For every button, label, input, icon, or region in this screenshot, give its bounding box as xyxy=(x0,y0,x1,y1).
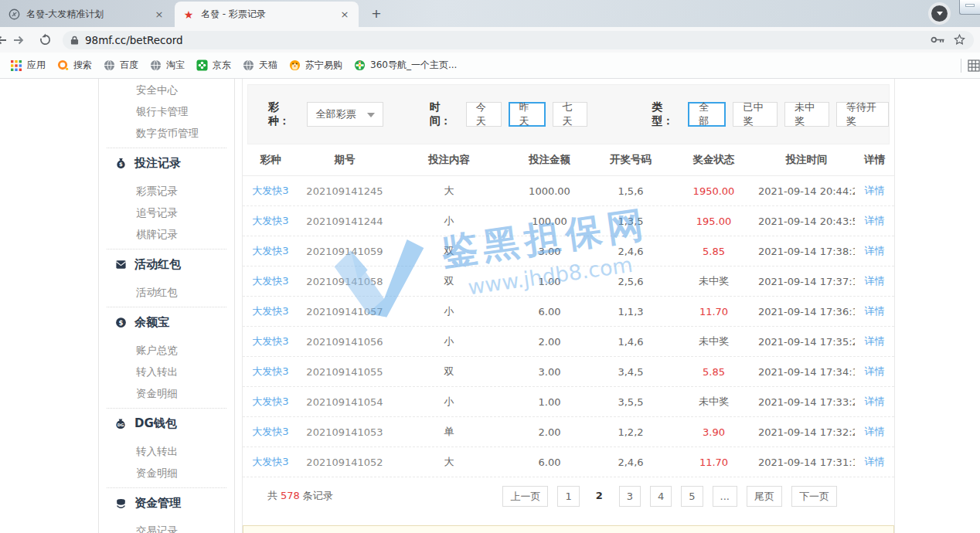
sidebar-item[interactable]: 资金明细 xyxy=(99,462,234,484)
forward-button[interactable] xyxy=(10,31,27,49)
close-icon[interactable]: × xyxy=(153,8,165,20)
bookmark-item[interactable]: 天猫 xyxy=(242,59,277,72)
red-star-icon: ★ xyxy=(182,8,195,21)
sidebar-item[interactable]: 账户总览 xyxy=(99,339,234,361)
detail-link[interactable]: 详情 xyxy=(855,455,894,469)
url-text[interactable]: 98mf.cc/betRecord xyxy=(85,34,923,46)
sidebar-item[interactable]: 追号记录 xyxy=(99,202,234,223)
draw-numbers: 1,3,5 xyxy=(592,216,669,227)
sidebar-item[interactable]: 活动红包 xyxy=(99,281,234,303)
sidebar-section-header[interactable]: 活动红包 xyxy=(99,253,234,275)
detail-link[interactable]: 详情 xyxy=(855,184,894,198)
page-button[interactable]: 2 xyxy=(589,486,610,507)
detail-link[interactable]: 详情 xyxy=(855,214,894,228)
page-button[interactable]: 下一页 xyxy=(791,486,837,507)
divider xyxy=(107,249,226,250)
page-button[interactable]: 4 xyxy=(650,486,672,507)
prize-status: 5.85 xyxy=(669,246,758,257)
page-button[interactable]: 5 xyxy=(681,486,703,507)
detail-link[interactable]: 详情 xyxy=(855,304,894,318)
bookmark-item[interactable]: 淘宝 xyxy=(149,59,185,72)
bookmark-grid-icon[interactable] xyxy=(968,59,980,72)
bet-time: 2021-09-14 17:35:23 xyxy=(758,336,855,348)
column-header: 奖金状态 xyxy=(669,153,758,167)
type-filter-button[interactable]: 已中奖 xyxy=(733,102,778,127)
column-header: 投注金额 xyxy=(507,153,592,167)
page-button[interactable]: 尾页 xyxy=(747,486,782,507)
type-filter-button[interactable]: 未中奖 xyxy=(784,102,829,127)
sidebar-item[interactable]: 彩票记录 xyxy=(99,180,234,202)
draw-numbers: 1,4,6 xyxy=(592,336,669,348)
sidebar-item[interactable]: 棋牌记录 xyxy=(99,223,234,245)
lottery-link[interactable]: 大发快3 xyxy=(243,184,298,198)
bet-time: 2021-09-14 17:31:19 xyxy=(758,457,855,468)
detail-link[interactable]: 详情 xyxy=(855,395,894,409)
lottery-link[interactable]: 大发快3 xyxy=(243,425,298,439)
bookmark-item[interactable]: 京东 xyxy=(196,59,231,72)
lottery-link[interactable]: 大发快3 xyxy=(243,395,298,409)
svg-text:$: $ xyxy=(119,161,123,168)
lottery-link[interactable]: 大发快3 xyxy=(243,365,298,379)
bet-content: 小 xyxy=(391,395,507,409)
lottery-link[interactable]: 大发快3 xyxy=(243,304,298,318)
reload-button[interactable] xyxy=(36,31,53,49)
sidebar-item[interactable]: 银行卡管理 xyxy=(99,100,234,122)
detail-link[interactable]: 详情 xyxy=(855,274,894,288)
detail-link[interactable]: 详情 xyxy=(855,334,894,348)
sidebar-item[interactable]: 交易记录 xyxy=(99,520,234,533)
sidebar-item[interactable]: 安全中心 xyxy=(99,79,234,100)
bookmark-item[interactable]: 应用 xyxy=(10,59,46,72)
tab-plan[interactable]: 名發-大发精准计划 × xyxy=(0,2,173,27)
sidebar-section-header[interactable]: DGDG钱包 xyxy=(99,412,234,434)
type-filter-button[interactable]: 全部 xyxy=(688,102,726,127)
sidebar-item[interactable]: 转入转出 xyxy=(99,361,234,382)
page-button[interactable]: 3 xyxy=(619,486,641,507)
media-control-button[interactable] xyxy=(928,2,951,25)
detail-link[interactable]: 详情 xyxy=(855,365,894,379)
page-button[interactable]: 1 xyxy=(557,486,579,507)
time-filter-button[interactable]: 昨天 xyxy=(509,102,546,127)
key-icon[interactable] xyxy=(931,36,945,44)
pager: 上一页12345...尾页下一页 xyxy=(493,486,837,507)
bet-content: 小 xyxy=(391,334,507,348)
back-button[interactable] xyxy=(0,31,10,49)
detail-link[interactable]: 详情 xyxy=(855,425,894,439)
new-tab-button[interactable]: + xyxy=(366,6,386,23)
lottery-link[interactable]: 大发快3 xyxy=(243,455,298,469)
sidebar-item[interactable]: 资金明细 xyxy=(99,382,234,404)
sidebar-section-header[interactable]: $余额宝 xyxy=(99,311,234,333)
table-row: 大发快3202109141056小2.001,4,6未中奖2021-09-14 … xyxy=(243,327,894,357)
sidebar-section-header[interactable]: $投注记录 xyxy=(99,152,234,174)
time-filter-button[interactable]: 今天 xyxy=(466,102,502,127)
time-filter-button[interactable]: 七天 xyxy=(553,102,588,127)
globe-icon xyxy=(242,59,254,72)
tab-bet-record[interactable]: ★ 名發 - 彩票记录 × xyxy=(175,2,359,27)
lion-orange-icon xyxy=(288,59,301,72)
close-icon[interactable]: × xyxy=(339,8,351,20)
bookmark-item[interactable]: 搜索 xyxy=(56,59,92,72)
issue-number: 202109141058 xyxy=(298,276,391,287)
bookmark-star-icon[interactable] xyxy=(953,33,966,46)
page-button[interactable]: ... xyxy=(713,486,737,507)
sidebar-section-header[interactable]: 资金管理 xyxy=(99,492,234,514)
lottery-link[interactable]: 大发快3 xyxy=(243,334,298,348)
tab-title: 名發-大发精准计划 xyxy=(26,8,147,21)
address-bar[interactable]: 98mf.cc/betRecord xyxy=(63,31,974,49)
page-button[interactable]: 上一页 xyxy=(502,486,548,507)
type-filter-button[interactable]: 等待开奖 xyxy=(836,102,889,127)
bookmark-item[interactable]: 360导航_一个主页... xyxy=(353,59,457,72)
bookmark-item[interactable]: 苏宁易购 xyxy=(288,59,342,72)
lottery-link[interactable]: 大发快3 xyxy=(243,244,298,258)
minimize-button[interactable] xyxy=(959,0,980,15)
lottery-link[interactable]: 大发快3 xyxy=(243,274,298,288)
bookmark-item[interactable]: 百度 xyxy=(103,59,138,72)
sidebar-item[interactable]: 转入转出 xyxy=(99,440,234,462)
bet-content: 大 xyxy=(391,184,507,198)
sidebar-item[interactable]: 数字货币管理 xyxy=(99,122,234,144)
lottery-link[interactable]: 大发快3 xyxy=(243,214,298,228)
detail-link[interactable]: 详情 xyxy=(855,244,894,258)
lottery-type-select[interactable]: 全部彩票 xyxy=(307,102,383,127)
sidebar: 安全中心银行卡管理数字货币管理$投注记录彩票记录追号记录棋牌记录活动红包活动红包… xyxy=(98,79,235,533)
bet-time: 2021-09-14 20:43:54 xyxy=(758,216,855,227)
bookmark-label: 天猫 xyxy=(259,59,277,72)
